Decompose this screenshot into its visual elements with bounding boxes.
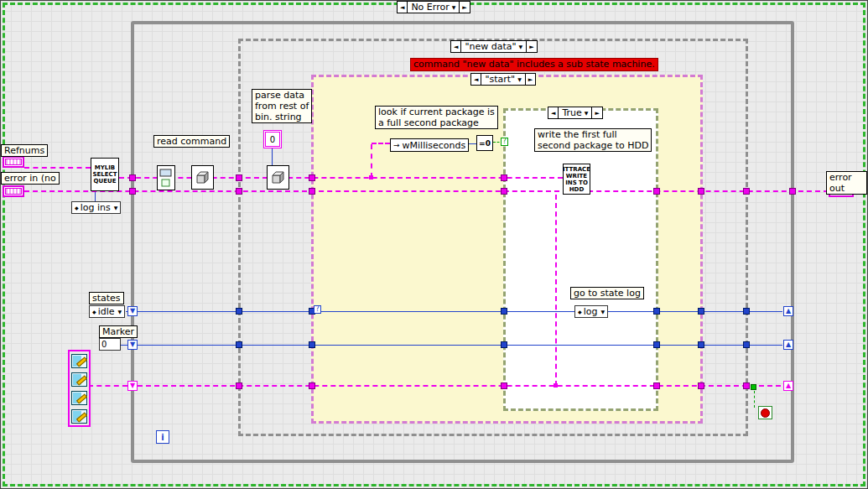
- tunnel: [236, 174, 242, 181]
- shift-register-left[interactable]: ▼: [127, 306, 138, 316]
- cube-icon: [269, 169, 288, 187]
- shift-register-left[interactable]: ▼: [127, 381, 138, 391]
- tunnel: [501, 382, 507, 389]
- enum-glyph-icon: ◆: [75, 205, 79, 211]
- case-next-icon[interactable]: ►: [525, 74, 535, 85]
- case-selector-label: "start": [485, 74, 515, 85]
- local-var-arrow-icon: →: [393, 141, 400, 149]
- wms-branch-wire-v: [371, 144, 372, 178]
- enum-constant-log[interactable]: ◆ log ▼: [574, 305, 608, 318]
- case-selector-new-data[interactable]: ◄ "new data"▼ ►: [450, 40, 538, 53]
- read-command-label: read command: [153, 135, 230, 148]
- case-selector-no-error[interactable]: ◄ No Error▼ ►: [397, 1, 470, 13]
- write-first-label: write the first full second package to H…: [534, 128, 652, 152]
- case-selector-start[interactable]: ◄ "start"▼ ►: [470, 73, 536, 86]
- chevron-down-icon[interactable]: ▼: [600, 309, 605, 315]
- tunnel: [653, 382, 660, 389]
- unflatten-from-string-node[interactable]: [267, 165, 289, 190]
- tunnel: [789, 188, 796, 195]
- boolean-constant[interactable]: [751, 384, 756, 390]
- error-out-label: error out: [826, 171, 867, 195]
- comment-banner: command "new data" includes a sub state …: [410, 58, 658, 71]
- refnum-pattern-icon: [5, 159, 22, 165]
- case-selector-label: True: [562, 107, 581, 118]
- tunnel: [129, 174, 136, 181]
- enum-glyph-icon: ◆: [578, 309, 582, 315]
- cluster-pattern-icon: [5, 188, 22, 195]
- marker-numeric-constant[interactable]: 0: [99, 338, 121, 351]
- local-var-label: wMilliseconds: [403, 140, 466, 151]
- chevron-down-icon[interactable]: ▼: [114, 205, 118, 211]
- case-selector-label: No Error: [411, 2, 449, 13]
- case-next-icon[interactable]: ►: [591, 107, 601, 118]
- enum-glyph-icon: ◆: [92, 309, 96, 315]
- tunnel: [501, 341, 507, 348]
- refnum-wire: [24, 167, 91, 169]
- states-label: states: [89, 292, 124, 304]
- case-next-icon[interactable]: ►: [526, 41, 536, 52]
- dequeue-element-node[interactable]: [191, 165, 214, 190]
- log-ins-wire: [95, 192, 96, 201]
- tunnel: [236, 341, 242, 348]
- write-file-icon: [71, 409, 87, 424]
- state-wire: [126, 311, 782, 312]
- shift-register-right[interactable]: ▲: [783, 306, 793, 316]
- tunnel: [653, 188, 660, 195]
- case-prev-icon[interactable]: ◄: [548, 107, 559, 118]
- marker-label: Marker: [99, 325, 138, 338]
- marker-wire: [121, 345, 782, 346]
- shift-register-right[interactable]: ▲: [783, 381, 793, 391]
- case-selector-label: "new data": [465, 41, 516, 52]
- tunnel: [698, 188, 704, 195]
- ittrace-write-node[interactable]: ITTRACE WRITE INS TO HDD: [563, 164, 590, 195]
- tunnel: [236, 188, 242, 195]
- stop-icon: [761, 408, 770, 418]
- equal-to-zero-node[interactable]: =0: [476, 135, 493, 151]
- refnums-terminal[interactable]: [3, 156, 24, 168]
- stop-condition-terminal[interactable]: [758, 406, 772, 419]
- parse-data-label: parse data from rest of bin. string: [252, 89, 312, 123]
- tunnel: [309, 341, 315, 348]
- case-prev-icon[interactable]: ◄: [398, 2, 408, 13]
- chevron-down-icon[interactable]: ▼: [519, 44, 523, 49]
- tunnel: [236, 382, 242, 389]
- write-file-icon: [71, 354, 87, 368]
- block-diagram-canvas: ▼ ▼ ▼ ▲ ▲ ▲ ◄ No Error▼ ► ◄ "new data"▼ …: [0, 0, 868, 489]
- string-constant-zero[interactable]: 0: [265, 132, 280, 147]
- case-selector-true[interactable]: ◄ True▼ ►: [548, 107, 603, 119]
- obtain-queue-node[interactable]: [157, 165, 175, 190]
- chevron-down-icon[interactable]: ▼: [118, 309, 122, 315]
- queue-icon: [159, 168, 173, 188]
- tunnel: [236, 308, 242, 315]
- string-const-wire: [272, 148, 273, 165]
- case-next-icon[interactable]: ►: [459, 2, 469, 13]
- tunnel: [501, 188, 507, 195]
- cube-icon: [194, 169, 212, 187]
- case-prev-icon[interactable]: ◄: [451, 41, 461, 52]
- write-file-icon: [71, 372, 87, 387]
- shift-register-left[interactable]: ▼: [127, 340, 138, 350]
- wire-junction: [369, 175, 373, 179]
- mylib-select-queue-node[interactable]: MYLIB SELECT QUEUE: [91, 158, 119, 191]
- file-refnum-cluster[interactable]: [68, 350, 91, 427]
- tunnel: [743, 341, 750, 348]
- unwired-question-icon: ?: [314, 305, 321, 314]
- wms-branch-wire-h: [372, 143, 390, 144]
- ittrace-down-wire: [555, 195, 557, 386]
- look-if-label: look if current package is a full second…: [375, 106, 498, 129]
- tunnel: [653, 341, 660, 348]
- error-in-terminal[interactable]: [3, 185, 24, 197]
- enum-value: idle: [98, 306, 115, 317]
- wmilliseconds-local-variable[interactable]: → wMilliseconds: [390, 138, 469, 152]
- chevron-down-icon[interactable]: ▼: [452, 4, 456, 10]
- chevron-down-icon[interactable]: ▼: [585, 110, 589, 116]
- chevron-down-icon[interactable]: ▼: [517, 76, 522, 82]
- enum-constant-log-ins[interactable]: ◆ log ins ▼: [71, 201, 121, 214]
- tunnel: [129, 188, 136, 195]
- error-cluster-wire: [24, 190, 829, 192]
- case-prev-icon[interactable]: ◄: [471, 74, 481, 85]
- enum-constant-idle[interactable]: ◆ idle ▼: [89, 305, 125, 318]
- enum-value: log: [584, 306, 598, 317]
- shift-register-right[interactable]: ▲: [783, 340, 793, 350]
- unwired-question-icon: ?: [501, 138, 508, 146]
